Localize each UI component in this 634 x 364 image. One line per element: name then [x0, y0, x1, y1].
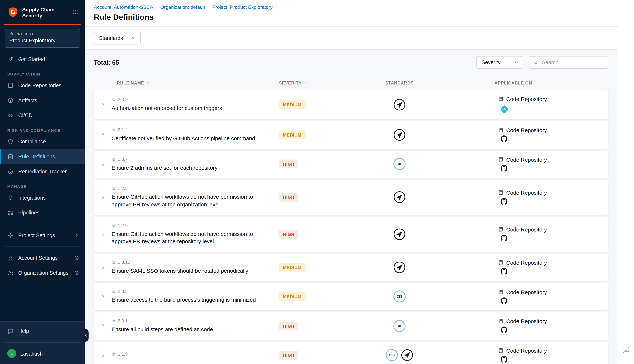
applicable-on-label: Code Repository	[506, 190, 547, 196]
section-supply-chain: SUPPLY CHAIN	[7, 72, 85, 76]
app-logo: Supply Chain Security	[0, 0, 85, 19]
sidebar-item-integrations[interactable]: Integrations	[0, 190, 85, 205]
chevron-down-icon	[131, 36, 136, 40]
expand-row-icon[interactable]	[100, 195, 106, 200]
rule-name: Ensure all build steps are defined as co…	[112, 326, 270, 334]
project-selector[interactable]: PROJECT Product Exploratory	[5, 28, 80, 48]
sidebar-item-compliance[interactable]: Compliance	[0, 134, 85, 149]
sidebar-item-code-repositories[interactable]: Code Repositories	[0, 78, 85, 93]
rule-row[interactable]: Id: 2.3.1 Ensure all build steps are def…	[94, 312, 608, 340]
owasp-standard-icon	[394, 191, 406, 203]
rule-row[interactable]: Id: 2.3.5 Ensure access to the build pro…	[94, 283, 608, 310]
github-icon	[501, 165, 507, 172]
rule-id: Id: 1.3.7	[112, 156, 279, 161]
avatar: L	[7, 349, 16, 358]
rule-row[interactable]: Id: 2.3.9 Authorization not enforced for…	[94, 90, 608, 119]
repository-icon	[498, 348, 504, 354]
rule-name: Ensure SAML SSO tokens should be rotated…	[112, 268, 270, 275]
repository-icon	[498, 96, 504, 102]
user-icon	[7, 255, 14, 261]
breadcrumb-separator: ›	[156, 5, 157, 10]
sidebar-collapse-handle[interactable]	[83, 329, 89, 342]
sidebar-item-remediation-tracker[interactable]: Remediation Tracker	[0, 164, 85, 179]
github-icon	[501, 268, 507, 274]
column-applicable-on: APPLICABLE ON	[441, 80, 608, 85]
help-chat-icon	[7, 328, 14, 334]
rules-table-section: Total: 65 Severity RULE NAME	[85, 50, 618, 364]
breadcrumb-account-link[interactable]: Account: Automation-SSCA	[94, 4, 153, 10]
target-icon	[7, 168, 14, 175]
sidebar-item-artifacts[interactable]: Artifacts	[0, 93, 85, 108]
expand-row-icon[interactable]	[100, 323, 106, 329]
rule-row[interactable]: Id: 1.1.9 HIGH CIS Code Repository	[94, 342, 608, 364]
sidebar-item-help[interactable]: Help	[0, 324, 85, 338]
expand-row-icon[interactable]	[100, 232, 106, 237]
expand-row-icon[interactable]	[100, 132, 106, 138]
total-count: Total: 65	[94, 59, 119, 66]
expand-row-icon[interactable]	[100, 294, 106, 299]
rule-id: Id: 1.2.8	[112, 186, 279, 190]
shield-check-icon	[7, 138, 14, 145]
sidebar-item-project-settings[interactable]: Project Settings	[0, 228, 85, 243]
info-icon[interactable]	[74, 270, 79, 276]
column-severity[interactable]: SEVERITY	[279, 80, 358, 85]
project-label: PROJECT	[16, 32, 34, 36]
harness-code-provider-icon: </>	[500, 105, 509, 114]
pipeline-icon	[7, 210, 14, 216]
severity-filter-dropdown[interactable]: Severity	[476, 56, 523, 68]
table-header: RULE NAME SEVERITY STANDARDS APPLICABLE …	[94, 80, 608, 85]
owasp-standard-icon	[394, 129, 406, 141]
applicable-on-label: Code Repository	[506, 157, 547, 163]
breadcrumb-organization-link[interactable]: Organization: default	[160, 4, 205, 10]
rule-row[interactable]: Id: 1.3.10 Ensure SAML SSO tokens should…	[94, 254, 608, 281]
main-panel: Account: Automation-SSCA › Organization:…	[85, 0, 634, 364]
severity-badge: MEDIUM	[279, 100, 306, 109]
sidebar-item-rule-definitions[interactable]: Rule Definitions	[0, 149, 85, 164]
severity-badge: HIGH	[279, 193, 298, 202]
rule-id: Id: 1.2.9	[112, 223, 279, 228]
project-name: Product Exploratory	[9, 38, 56, 44]
user-menu[interactable]: L Lavakush	[0, 346, 85, 364]
rule-id: Id: 1.1.9	[112, 351, 279, 356]
github-icon	[501, 136, 507, 142]
rule-id: Id: 2.1.2	[112, 127, 279, 132]
rule-id: Id: 1.3.10	[112, 260, 279, 264]
rule-row[interactable]: Id: 1.3.7 Ensure 2 admins are set for ea…	[94, 150, 608, 178]
sidebar-item-pipelines[interactable]: Pipelines	[0, 205, 85, 220]
expand-row-icon[interactable]	[100, 265, 106, 270]
rule-row[interactable]: Id: 1.2.9 Ensure GitHub action workflows…	[94, 217, 608, 252]
chat-bubble-icon[interactable]	[621, 345, 630, 354]
rule-row[interactable]: Id: 1.2.8 Ensure GitHub action workflows…	[94, 180, 608, 214]
search-input[interactable]	[542, 60, 603, 66]
breadcrumb: Account: Automation-SSCA › Organization:…	[94, 4, 618, 10]
expand-row-icon[interactable]	[100, 352, 106, 358]
severity-badge: HIGH	[279, 160, 298, 168]
rocket-icon	[7, 56, 14, 62]
standards-filter-dropdown[interactable]: Standards	[94, 32, 141, 44]
applicable-on-label: Code Repository	[506, 348, 547, 354]
sidebar-item-account-settings[interactable]: Account Settings	[0, 250, 85, 266]
search-icon	[533, 60, 539, 65]
expand-row-icon[interactable]	[100, 102, 106, 108]
applicable-on-label: Code Repository	[506, 128, 547, 134]
sidebar-item-get-started[interactable]: Get Started	[0, 52, 85, 67]
module-grid-icon[interactable]	[73, 9, 79, 15]
divider	[5, 224, 80, 224]
repository-icon	[498, 190, 504, 196]
owasp-standard-icon	[394, 261, 406, 273]
breadcrumb-project-link[interactable]: Project: Product Exploratory	[212, 4, 273, 10]
divider	[5, 246, 80, 247]
owasp-standard-icon	[401, 349, 413, 361]
cis-standard-icon: CIS	[394, 290, 406, 302]
rule-row[interactable]: Id: 2.1.2 Certificate not verified by Gi…	[94, 121, 608, 148]
sidebar-item-organization-settings[interactable]: Organization Settings	[0, 266, 85, 280]
column-rule-name[interactable]: RULE NAME	[112, 80, 279, 85]
rule-id: Id: 2.3.9	[112, 97, 279, 102]
info-icon[interactable]	[74, 255, 79, 261]
chevron-left-icon	[84, 334, 88, 337]
applicable-on-label: Code Repository	[506, 289, 547, 295]
search-box[interactable]	[529, 56, 608, 68]
rule-name: Ensure access to the build process's tri…	[112, 297, 270, 304]
expand-row-icon[interactable]	[100, 162, 106, 167]
sidebar-item-cicd[interactable]: CI/CD	[0, 108, 85, 123]
